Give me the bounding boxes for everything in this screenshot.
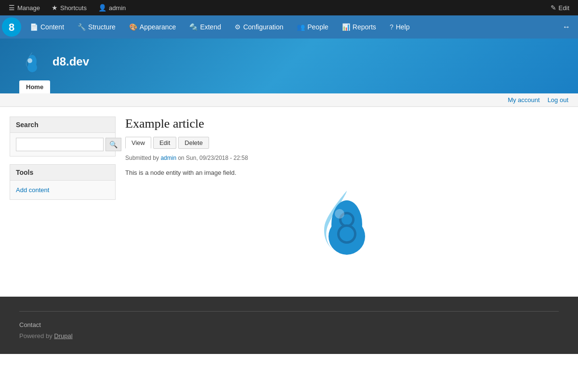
drupal-logo[interactable]: 8 — [2, 17, 21, 37]
drupal-link[interactable]: Drupal — [54, 332, 72, 340]
manage-button[interactable]: ☰ Manage — [4, 2, 45, 13]
site-nav-home[interactable]: Home — [19, 80, 50, 93]
help-label: Help — [396, 23, 410, 31]
search-block-content: 🔍 — [10, 133, 115, 156]
admin-toolbar: ☰ Manage ★ Shortcuts 👤 admin ✎ Edit — [0, 0, 578, 15]
submitted-by-text: Submitted by — [125, 155, 159, 161]
structure-label: Structure — [88, 23, 116, 31]
tools-block-title: Tools — [10, 165, 115, 181]
my-account-link[interactable]: My account — [508, 96, 539, 104]
article-date: on Sun, 09/23/2018 - 22:58 — [178, 155, 248, 161]
svg-text:8: 8 — [9, 21, 14, 33]
structure-icon: 🔧 — [78, 23, 86, 31]
search-input[interactable] — [16, 138, 104, 151]
article-body: This is a node entity with an image fiel… — [125, 169, 568, 176]
content-icon: 📄 — [30, 23, 38, 31]
edit-icon: ✎ — [551, 4, 556, 12]
people-icon: 👥 — [297, 23, 305, 31]
extend-icon: 🔩 — [189, 23, 197, 31]
site-header: d8.dev Home — [0, 39, 578, 93]
search-block-title: Search — [10, 117, 115, 133]
user-button[interactable]: 👤 admin — [93, 2, 131, 13]
tab-edit[interactable]: Edit — [153, 137, 176, 149]
tab-view-label: View — [131, 139, 145, 146]
search-icon: 🔍 — [109, 141, 118, 148]
powered-by-text: Powered by — [19, 332, 54, 340]
content-label: Content — [40, 23, 64, 31]
article-drupal-logo — [308, 186, 385, 263]
tab-delete-label: Delete — [184, 139, 203, 146]
manage-icon: ☰ — [9, 4, 15, 12]
svg-point-13 — [335, 209, 344, 219]
article-title: Example article — [125, 117, 568, 131]
tab-edit-label: Edit — [159, 139, 170, 146]
article-image — [125, 186, 568, 263]
nav-right: ↔ — [557, 23, 576, 31]
article-tabs: View Edit Delete — [125, 137, 568, 149]
svg-point-11 — [343, 216, 350, 223]
tools-block-content: Add content — [10, 181, 115, 199]
user-icon: 👤 — [98, 4, 106, 12]
main-content: Search 🔍 Tools Add content Example artic… — [0, 107, 578, 277]
svg-point-12 — [342, 230, 351, 238]
nav-expand-icon[interactable]: ↔ — [557, 23, 576, 31]
nav-items: 📄 Content 🔧 Structure 🎨 Appearance 🔩 Ext… — [23, 15, 416, 39]
edit-label: Edit — [559, 4, 569, 12]
tab-view[interactable]: View — [125, 137, 151, 149]
people-label: People — [307, 23, 328, 31]
nav-item-content[interactable]: 📄 Content — [23, 15, 71, 39]
reports-label: Reports — [353, 23, 376, 31]
toolbar-right: ✎ Edit — [546, 2, 574, 13]
nav-item-extend[interactable]: 🔩 Extend — [183, 15, 228, 39]
log-out-link[interactable]: Log out — [548, 96, 568, 104]
nav-item-people[interactable]: 👥 People — [290, 15, 335, 39]
user-links: My account Log out — [0, 93, 578, 107]
search-button[interactable]: 🔍 — [105, 138, 121, 151]
toolbar-left: ☰ Manage ★ Shortcuts 👤 admin — [4, 2, 131, 13]
author-link[interactable]: admin — [160, 155, 176, 161]
manage-label: Manage — [17, 4, 40, 12]
site-nav: Home — [19, 80, 559, 93]
nav-item-reports[interactable]: 📊 Reports — [335, 15, 383, 39]
nav-item-configuration[interactable]: ⚙ Configuration — [228, 15, 290, 39]
nav-bar: 8 📄 Content 🔧 Structure 🎨 Appearance 🔩 E… — [0, 15, 578, 39]
nav-item-help[interactable]: ? Help — [383, 15, 417, 39]
add-content-link[interactable]: Add content — [16, 185, 109, 195]
drupal-logo-svg: 8 — [2, 17, 21, 37]
configuration-icon: ⚙ — [235, 23, 241, 31]
shortcuts-button[interactable]: ★ Shortcuts — [47, 2, 92, 13]
site-footer: Contact Powered by Drupal — [0, 297, 578, 354]
extend-label: Extend — [200, 23, 221, 31]
site-branding: d8.dev — [19, 48, 559, 75]
nav-item-appearance[interactable]: 🎨 Appearance — [122, 15, 183, 39]
shortcuts-icon: ★ — [52, 4, 58, 12]
appearance-label: Appearance — [140, 23, 176, 31]
sidebar: Search 🔍 Tools Add content — [10, 117, 116, 268]
svg-point-4 — [27, 58, 32, 63]
shortcuts-label: Shortcuts — [60, 4, 87, 12]
reports-icon: 📊 — [342, 23, 350, 31]
site-name: d8.dev — [53, 55, 89, 68]
site-logo[interactable] — [19, 48, 46, 75]
tools-block: Tools Add content — [10, 164, 116, 200]
footer-powered: Powered by Drupal — [19, 332, 559, 340]
tab-delete[interactable]: Delete — [178, 137, 209, 149]
contact-link[interactable]: Contact — [19, 321, 559, 328]
search-form: 🔍 — [16, 138, 109, 151]
site-logo-svg — [19, 48, 46, 75]
search-block: Search 🔍 — [10, 117, 116, 157]
home-nav-label: Home — [26, 83, 43, 91]
help-icon: ? — [390, 23, 394, 31]
configuration-label: Configuration — [243, 23, 283, 31]
user-label: admin — [109, 4, 126, 12]
nav-item-structure[interactable]: 🔧 Structure — [71, 15, 122, 39]
appearance-icon: 🎨 — [129, 23, 137, 31]
article-content: Example article View Edit Delete Submitt… — [125, 117, 568, 268]
footer-divider — [19, 311, 559, 312]
article-meta: Submitted by admin on Sun, 09/23/2018 - … — [125, 155, 568, 161]
edit-button[interactable]: ✎ Edit — [546, 2, 574, 13]
